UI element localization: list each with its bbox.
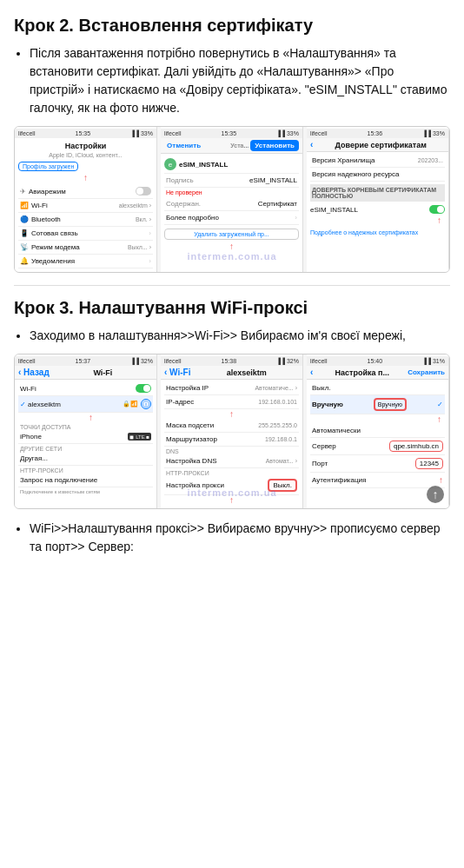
cert-title: Доверие сертификатам [316, 141, 445, 149]
row-off[interactable]: Выкл. [310, 381, 445, 395]
ip-arrow: ↑ [164, 409, 299, 419]
dns-value: Автомат... › [266, 458, 297, 464]
time-1: 15:35 [76, 130, 91, 136]
wifi-toggle-sw[interactable] [136, 384, 151, 393]
cert-link[interactable]: Подробнее о надежных сертификатах [310, 229, 418, 235]
save-btn[interactable]: Сохранить [408, 368, 445, 376]
ip-config-label: Настройка IP [166, 384, 209, 392]
row-port: Порт 12345 [310, 455, 445, 473]
screen6-nav: ‹ Настройка п... Сохранить [307, 366, 448, 380]
wifi-icon: 📶 [20, 202, 29, 209]
screen4-nav: ‹ Назад Wi-Fi [15, 366, 156, 380]
checkmark-icon: ✓ [20, 401, 26, 408]
manual-arrow: ↑ [310, 414, 445, 424]
network-name: alexseiktm [28, 401, 123, 408]
server-label: Сервер [312, 442, 336, 450]
iphone-badge: ◼ LTE ■ [128, 433, 151, 441]
bluetooth-icon: 🔵 [20, 215, 29, 223]
store-ver-label: Версия Хранилища [312, 156, 375, 164]
row-wifi-toggle: Wi-Fi [18, 381, 153, 396]
settings-subtitle: Apple ID, iCloud, контент... [18, 152, 153, 158]
operator-3: lifecell [310, 130, 327, 136]
proxy-config-label: Настройка прокси [166, 481, 224, 489]
cert-link-row: Подробнее о надежных сертификатах [310, 228, 445, 236]
row-auto[interactable]: Автоматически [310, 424, 445, 438]
step2-screen1: lifecell 15:35 ▐▐ 33% Настройки Apple ID… [15, 127, 157, 272]
status-bar-2: lifecell 15:35 ▐▐ 33% [161, 129, 302, 138]
row-cellular: 📱 Сотовая связь › [18, 227, 153, 241]
battery-5: ▐▐ 32% [276, 358, 299, 364]
settings-title: Настройки [18, 140, 153, 152]
more-label: Более подробно [166, 214, 219, 222]
proxy-config-value: Выкл. [268, 479, 297, 492]
row-server: Сервер qpe.simhub.cn [310, 438, 445, 455]
airplane-label: Авиарежим [29, 188, 136, 195]
step3-section: Крок 3. Налаштування WiFi-проксі Заходим… [14, 298, 450, 556]
port-value[interactable]: 12345 [415, 458, 443, 469]
time-6: 15:40 [368, 358, 383, 364]
row-hotspot: 📡 Режим модема Выкл... › [18, 241, 153, 255]
row-proxy-config[interactable]: Настройка прокси Выкл. [164, 476, 299, 495]
install-arrow: ↑ [164, 242, 299, 251]
battery-4: ▐▐ 32% [130, 358, 153, 364]
install-btn[interactable]: Установить [250, 140, 299, 151]
wifi-nav-title: Wi-Fi [53, 368, 153, 377]
network-alexseiktm[interactable]: ✓ alexseiktm 🔒 📶 ⓘ [18, 396, 153, 413]
esim-cert-label: eSIM_INSTALL [310, 206, 358, 214]
cellular-label: Сотовая связь [31, 229, 149, 237]
notif-label: Уведомления [31, 257, 149, 265]
lock-icon: 🔒 [123, 401, 130, 407]
cancel-btn[interactable]: Отменить [164, 140, 203, 151]
screen5-nav: ‹ Wi-Fi alexseiktm [161, 366, 302, 380]
proxy-request-label: Запрос на подключение [20, 476, 97, 484]
airplane-toggle[interactable] [136, 187, 151, 195]
ip-config-value: Автоматиче... › [255, 385, 297, 391]
battery-6: ▐▐ 31% [422, 358, 445, 364]
delete-row: Удалить загруженный пр... [164, 229, 299, 240]
wifi-value: alexseiktm › [119, 202, 151, 209]
proxy-nav-title: Настройка п... [316, 368, 408, 377]
sign-label: Подпись [166, 176, 194, 184]
cert-toggle[interactable] [429, 205, 445, 214]
back-btn-6[interactable]: ‹ [310, 368, 313, 377]
dns-label: Настройка DNS [166, 457, 217, 465]
airplane-icon: ✈ [20, 188, 26, 195]
back-arrow-3[interactable]: ‹ [310, 140, 313, 149]
scroll-up-btn[interactable]: ↑ [427, 486, 444, 503]
status-bar-5: lifecell 15:38 ▐▐ 32% [161, 356, 302, 366]
operator-1: lifecell [18, 130, 35, 136]
back-btn-4[interactable]: ‹ Назад [18, 368, 50, 377]
step2-screenshots: lifecell 15:35 ▐▐ 33% Настройки Apple ID… [14, 126, 450, 273]
esim-icon: e [164, 158, 176, 170]
cellular-icon: 📱 [20, 229, 29, 237]
wifi-label: Wi-Fi [31, 202, 119, 209]
auto-label: Автоматически [312, 427, 361, 434]
row-manual[interactable]: Вручную Вручную ✓ [310, 395, 445, 414]
step3-bullet2: WiFi>>Налаштування проксі>> Вибираємо вр… [30, 520, 450, 556]
row-gateway: Маршрутизатор 192.168.0.1 [164, 433, 299, 447]
ip-addr-value: 192.168.0.101 [258, 399, 297, 405]
step2-screen2: lifecell 15:35 ▐▐ 33% Отменить Уста... У… [161, 127, 303, 272]
step3-screen3: lifecell 15:40 ▐▐ 31% ‹ Настройка п... С… [307, 354, 449, 508]
install-partial[interactable]: Уста... [230, 142, 249, 149]
network-arrow: ↑ [18, 413, 153, 422]
status-bar-6: lifecell 15:40 ▐▐ 31% [307, 356, 448, 366]
esim-name: eSIM_INSTALL [179, 161, 228, 169]
status-bar-4: lifecell 15:37 ▐▐ 32% [15, 356, 156, 366]
info-icon[interactable]: ⓘ [141, 399, 151, 409]
iphone-label: iPhone [20, 433, 42, 441]
content-label: Содержан. [166, 200, 201, 208]
screen6-content: Выкл. Вручную Вручную ✓ ↑ Автоматически [307, 380, 448, 490]
row-more[interactable]: Более подробно › [164, 211, 299, 225]
step3-screen2: lifecell 15:38 ▐▐ 32% ‹ Wi-Fi alexseiktm… [161, 354, 303, 508]
row-ip-addr: IP-адрес 192.168.0.101 [164, 395, 299, 409]
server-value[interactable]: qpe.simhub.cn [389, 441, 443, 452]
profile-arrow: ↑ [18, 173, 153, 182]
back-btn-5[interactable]: ‹ Wi-Fi [164, 368, 190, 377]
row-other[interactable]: Другая... [18, 452, 153, 466]
delete-btn[interactable]: Удалить загруженный пр... [164, 229, 299, 240]
time-2: 15:35 [222, 130, 237, 136]
auth-arrow: ↑ [439, 475, 443, 485]
row-trusted-ver: Версия надежного ресурса [310, 168, 445, 182]
row-proxy-request[interactable]: Запрос на подключение [18, 474, 153, 487]
